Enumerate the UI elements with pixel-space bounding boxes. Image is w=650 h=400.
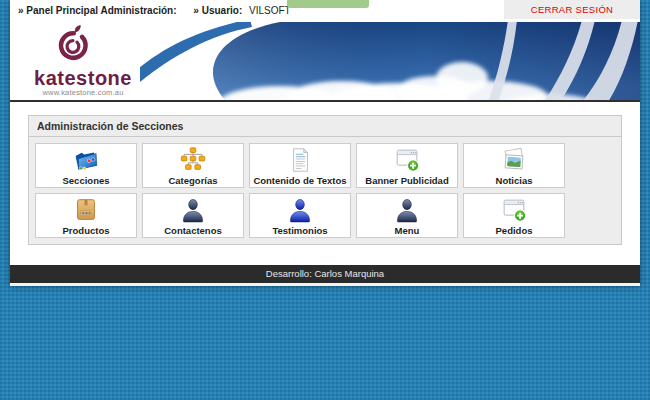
tile-contenido-de-textos[interactable]: Contenido de Textos <box>249 143 351 188</box>
tile-testimonios[interactable]: Testimonios <box>249 193 351 238</box>
main-window: » Panel Principal Administración: » Usua… <box>10 0 640 286</box>
photos-icon <box>499 145 529 175</box>
folder-icon <box>71 145 101 175</box>
tile-label: Productos <box>63 225 110 236</box>
tile-label: Menu <box>395 225 420 236</box>
sitemap-icon <box>178 145 208 175</box>
tile-label: Noticias <box>496 175 533 186</box>
site-header: katestone www.katestone.com.au <box>10 22 640 102</box>
breadcrumb-user-label: » Usuario: <box>193 5 242 16</box>
box-icon <box>71 195 101 225</box>
banner-sky-image <box>130 22 640 100</box>
notification-tab <box>287 0 369 8</box>
panel-title: Administración de Secciones <box>29 116 621 137</box>
username-value: VILSOFT <box>249 5 291 16</box>
footer-bar: Desarrollo: Carlos Marquina <box>10 265 640 283</box>
tile-pedidos[interactable]: Pedidos <box>463 193 565 238</box>
sections-admin-panel: Administración de Secciones Secciones Ca… <box>28 115 622 245</box>
tile-menu[interactable]: Menu <box>356 193 458 238</box>
breadcrumb-panel-link[interactable]: » Panel Principal Administración: <box>18 5 177 16</box>
tile-label: Pedidos <box>496 225 533 236</box>
katestone-spiral-logo-icon <box>52 24 92 72</box>
footer-bottom-strip <box>10 283 640 286</box>
document-icon <box>285 145 315 175</box>
content-area: Administración de Secciones Secciones Ca… <box>10 102 640 265</box>
brand-name: katestone <box>28 68 138 88</box>
tile-label: Contenido de Textos <box>253 175 346 186</box>
tile-categorias[interactable]: Categorías <box>142 143 244 188</box>
tile-label: Secciones <box>63 175 110 186</box>
tile-grid: Secciones Categorías Contenido de Textos… <box>29 137 575 244</box>
top-bar: » Panel Principal Administración: » Usua… <box>10 0 640 22</box>
logo-block: katestone www.katestone.com.au <box>24 22 140 100</box>
tile-label: Testimonios <box>272 225 327 236</box>
window-add-icon <box>392 145 422 175</box>
person-dark-icon <box>178 195 208 225</box>
brand-url: www.katestone.com.au <box>28 88 138 97</box>
footer-credit: Desarrollo: Carlos Marquina <box>266 268 384 279</box>
tile-banner-publicidad[interactable]: Banner Publicidad <box>356 143 458 188</box>
window-add-icon <box>499 195 529 225</box>
tile-contactenos[interactable]: Contactenos <box>142 193 244 238</box>
tile-label: Contactenos <box>164 225 222 236</box>
tile-label: Banner Publicidad <box>365 175 448 186</box>
breadcrumb: » Panel Principal Administración: » Usua… <box>18 0 295 22</box>
tile-label: Categorías <box>168 175 217 186</box>
tile-secciones[interactable]: Secciones <box>35 143 137 188</box>
person-dark-icon <box>392 195 422 225</box>
logout-button[interactable]: CERRAR SESIÓN <box>504 0 640 19</box>
tile-productos[interactable]: Productos <box>35 193 137 238</box>
person-blue-icon <box>285 195 315 225</box>
tile-noticias[interactable]: Noticias <box>463 143 565 188</box>
